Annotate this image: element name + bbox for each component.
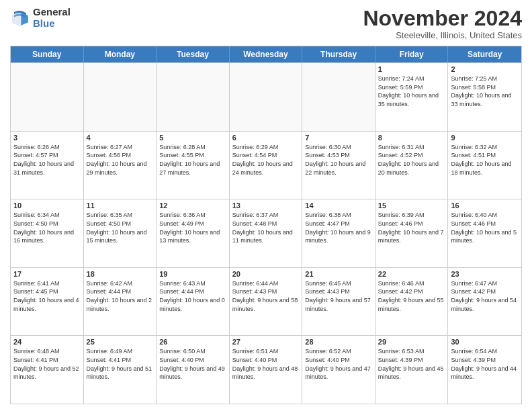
day-info: Sunrise: 6:48 AM Sunset: 4:41 PM Dayligh… — [13, 347, 81, 381]
day-number: 2 — [451, 65, 519, 73]
day-cell-7: 7Sunrise: 6:30 AM Sunset: 4:53 PM Daylig… — [302, 132, 375, 199]
empty-cell — [157, 63, 230, 131]
day-number: 8 — [378, 134, 445, 142]
day-number: 9 — [451, 134, 519, 142]
day-number: 21 — [305, 270, 372, 278]
day-number: 4 — [87, 134, 154, 142]
header: General Blue November 2024 Steeleville, … — [10, 7, 522, 40]
day-number: 13 — [232, 201, 300, 210]
day-info: Sunrise: 6:30 AM Sunset: 4:53 PM Dayligh… — [305, 143, 372, 177]
day-cell-18: 18Sunrise: 6:42 AM Sunset: 4:44 PM Dayli… — [84, 268, 157, 336]
day-number: 15 — [378, 201, 445, 210]
day-info: Sunrise: 6:29 AM Sunset: 4:54 PM Dayligh… — [232, 143, 300, 177]
day-cell-4: 4Sunrise: 6:27 AM Sunset: 4:56 PM Daylig… — [84, 132, 157, 199]
day-number: 6 — [232, 134, 300, 142]
day-number: 12 — [159, 201, 226, 210]
day-info: Sunrise: 6:37 AM Sunset: 4:48 PM Dayligh… — [232, 211, 300, 244]
day-number: 20 — [232, 270, 300, 278]
day-cell-17: 17Sunrise: 6:41 AM Sunset: 4:45 PM Dayli… — [11, 268, 84, 336]
day-info: Sunrise: 6:49 AM Sunset: 4:41 PM Dayligh… — [87, 347, 154, 381]
day-info: Sunrise: 6:40 AM Sunset: 4:46 PM Dayligh… — [451, 211, 519, 244]
day-number: 29 — [378, 338, 445, 346]
weekday-header-wednesday: Wednesday — [230, 46, 303, 62]
location: Steeleville, Illinois, United States — [363, 30, 522, 40]
day-cell-3: 3Sunrise: 6:26 AM Sunset: 4:57 PM Daylig… — [11, 132, 84, 199]
calendar-row-0: 1Sunrise: 7:24 AM Sunset: 5:59 PM Daylig… — [11, 62, 521, 131]
day-cell-26: 26Sunrise: 6:50 AM Sunset: 4:40 PM Dayli… — [157, 336, 230, 404]
day-info: Sunrise: 6:32 AM Sunset: 4:51 PM Dayligh… — [451, 143, 519, 177]
day-cell-24: 24Sunrise: 6:48 AM Sunset: 4:41 PM Dayli… — [11, 336, 84, 404]
day-info: Sunrise: 6:36 AM Sunset: 4:49 PM Dayligh… — [159, 211, 226, 244]
day-number: 7 — [305, 134, 372, 142]
day-info: Sunrise: 6:41 AM Sunset: 4:45 PM Dayligh… — [13, 279, 81, 313]
calendar: SundayMondayTuesdayWednesdayThursdayFrid… — [10, 46, 522, 404]
day-info: Sunrise: 6:50 AM Sunset: 4:40 PM Dayligh… — [159, 347, 226, 381]
day-cell-25: 25Sunrise: 6:49 AM Sunset: 4:41 PM Dayli… — [84, 336, 157, 404]
day-number: 22 — [378, 270, 445, 278]
day-number: 30 — [451, 338, 519, 346]
day-number: 27 — [232, 338, 300, 346]
day-info: Sunrise: 6:46 AM Sunset: 4:42 PM Dayligh… — [378, 279, 445, 313]
day-number: 10 — [13, 201, 81, 210]
logo: General Blue — [10, 7, 71, 29]
day-cell-10: 10Sunrise: 6:34 AM Sunset: 4:50 PM Dayli… — [11, 199, 84, 267]
weekday-header-thursday: Thursday — [302, 46, 375, 62]
day-cell-8: 8Sunrise: 6:31 AM Sunset: 4:52 PM Daylig… — [375, 132, 449, 199]
day-cell-16: 16Sunrise: 6:40 AM Sunset: 4:46 PM Dayli… — [448, 199, 521, 267]
day-cell-20: 20Sunrise: 6:44 AM Sunset: 4:43 PM Dayli… — [230, 268, 303, 336]
empty-cell — [11, 63, 84, 131]
month-title: November 2024 — [363, 7, 522, 30]
day-cell-15: 15Sunrise: 6:39 AM Sunset: 4:46 PM Dayli… — [375, 199, 449, 267]
calendar-row-2: 10Sunrise: 6:34 AM Sunset: 4:50 PM Dayli… — [11, 199, 521, 267]
day-info: Sunrise: 6:47 AM Sunset: 4:42 PM Dayligh… — [451, 279, 519, 313]
day-cell-29: 29Sunrise: 6:53 AM Sunset: 4:39 PM Dayli… — [375, 336, 449, 404]
day-info: Sunrise: 6:34 AM Sunset: 4:50 PM Dayligh… — [13, 211, 81, 244]
day-number: 16 — [451, 201, 519, 210]
day-cell-30: 30Sunrise: 6:54 AM Sunset: 4:39 PM Dayli… — [448, 336, 521, 404]
day-cell-1: 1Sunrise: 7:24 AM Sunset: 5:59 PM Daylig… — [375, 63, 449, 131]
empty-cell — [84, 63, 157, 131]
day-cell-6: 6Sunrise: 6:29 AM Sunset: 4:54 PM Daylig… — [230, 132, 303, 199]
day-number: 1 — [378, 65, 445, 73]
day-number: 24 — [13, 338, 81, 346]
day-cell-14: 14Sunrise: 6:38 AM Sunset: 4:47 PM Dayli… — [302, 199, 375, 267]
title-block: November 2024 Steeleville, Illinois, Uni… — [363, 7, 522, 40]
day-cell-19: 19Sunrise: 6:43 AM Sunset: 4:44 PM Dayli… — [157, 268, 230, 336]
weekday-header-monday: Monday — [84, 46, 157, 62]
day-info: Sunrise: 6:53 AM Sunset: 4:39 PM Dayligh… — [378, 347, 445, 381]
day-number: 28 — [305, 338, 372, 346]
weekday-header-friday: Friday — [375, 46, 449, 62]
day-info: Sunrise: 6:26 AM Sunset: 4:57 PM Dayligh… — [13, 143, 81, 177]
calendar-body: 1Sunrise: 7:24 AM Sunset: 5:59 PM Daylig… — [11, 62, 521, 404]
day-info: Sunrise: 7:24 AM Sunset: 5:59 PM Dayligh… — [378, 75, 445, 108]
day-cell-9: 9Sunrise: 6:32 AM Sunset: 4:51 PM Daylig… — [448, 132, 521, 199]
day-number: 5 — [159, 134, 226, 142]
day-info: Sunrise: 6:31 AM Sunset: 4:52 PM Dayligh… — [378, 143, 445, 177]
weekday-header-saturday: Saturday — [448, 46, 521, 62]
day-cell-27: 27Sunrise: 6:51 AM Sunset: 4:40 PM Dayli… — [230, 336, 303, 404]
day-info: Sunrise: 6:35 AM Sunset: 4:50 PM Dayligh… — [87, 211, 154, 244]
calendar-header: SundayMondayTuesdayWednesdayThursdayFrid… — [11, 46, 521, 62]
day-cell-5: 5Sunrise: 6:28 AM Sunset: 4:55 PM Daylig… — [157, 132, 230, 199]
day-cell-28: 28Sunrise: 6:52 AM Sunset: 4:40 PM Dayli… — [302, 336, 375, 404]
logo-general-text: General — [33, 7, 71, 18]
logo-text: General Blue — [33, 7, 71, 29]
day-cell-21: 21Sunrise: 6:45 AM Sunset: 4:43 PM Dayli… — [302, 268, 375, 336]
day-number: 17 — [13, 270, 81, 278]
day-number: 18 — [87, 270, 154, 278]
day-number: 25 — [87, 338, 154, 346]
page: General Blue November 2024 Steeleville, … — [0, 0, 532, 411]
day-info: Sunrise: 6:54 AM Sunset: 4:39 PM Dayligh… — [451, 347, 519, 381]
day-number: 3 — [13, 134, 81, 142]
calendar-row-4: 24Sunrise: 6:48 AM Sunset: 4:41 PM Dayli… — [11, 335, 521, 404]
day-info: Sunrise: 6:42 AM Sunset: 4:44 PM Dayligh… — [87, 279, 154, 313]
day-info: Sunrise: 6:43 AM Sunset: 4:44 PM Dayligh… — [159, 279, 226, 313]
calendar-row-1: 3Sunrise: 6:26 AM Sunset: 4:57 PM Daylig… — [11, 131, 521, 199]
empty-cell — [302, 63, 375, 131]
day-number: 14 — [305, 201, 372, 210]
day-cell-2: 2Sunrise: 7:25 AM Sunset: 5:58 PM Daylig… — [448, 63, 521, 131]
day-cell-22: 22Sunrise: 6:46 AM Sunset: 4:42 PM Dayli… — [375, 268, 449, 336]
calendar-row-3: 17Sunrise: 6:41 AM Sunset: 4:45 PM Dayli… — [11, 267, 521, 336]
empty-cell — [230, 63, 303, 131]
day-cell-12: 12Sunrise: 6:36 AM Sunset: 4:49 PM Dayli… — [157, 199, 230, 267]
